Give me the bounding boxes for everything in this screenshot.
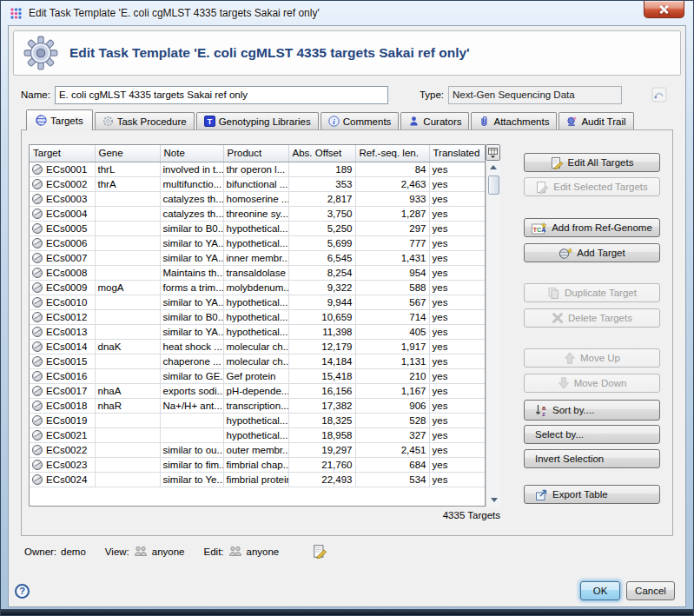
table-row[interactable]: ECs0008 Maintains th... transaldolase B …: [30, 265, 485, 280]
gear-icon: [102, 116, 114, 127]
tab-curators[interactable]: Curators: [400, 112, 469, 129]
move-down-button[interactable]: Move Down: [524, 374, 660, 393]
table-row[interactable]: ECs0019 hypothetical... 18,325 528 yes: [30, 413, 485, 427]
table-row[interactable]: ECs0005 similar to B0... hypothetical...…: [30, 221, 485, 235]
table-body: ECs0001 thrL involved in t... thr operon…: [30, 162, 485, 487]
table-row[interactable]: ECs0022 similar to ou... outer membr... …: [30, 442, 485, 457]
edit-icon: [536, 181, 549, 194]
title-bar[interactable]: Edit Task Template 'E. coli cgMLST 4335 …: [1, 1, 693, 25]
add-target-icon: ★: [559, 247, 572, 260]
name-label: Name:: [21, 89, 50, 100]
scroll-thumb[interactable]: [488, 176, 499, 195]
sort-by-button[interactable]: az Sort by....: [524, 400, 660, 421]
table-header-row: Target Gene Note Product Abs. Offset Ref…: [30, 145, 485, 162]
add-from-ref-genome-button[interactable]: TCA★ Add from Ref-Genome: [524, 218, 660, 237]
target-sphere-icon: [36, 115, 47, 126]
tab-label: Genotyping Libraries: [219, 116, 311, 127]
column-picker-button[interactable]: [486, 144, 500, 161]
info-icon: i: [328, 116, 340, 127]
table-row[interactable]: ECs0003 catalyzes th... homoserine ... 2…: [30, 191, 485, 206]
table-row[interactable]: ECs0018 nhaR Na+/H+ ant... transcription…: [30, 398, 485, 413]
target-sphere-icon: [32, 297, 43, 308]
table-row[interactable]: ECs0004 catalyzes th... threonine sy... …: [30, 206, 485, 221]
duplicate-target-button[interactable]: Duplicate Target: [524, 283, 660, 302]
view-label: View:: [105, 546, 129, 557]
column-header-abs-offset[interactable]: Abs. Offset: [288, 145, 355, 162]
owner-label: Owner:: [24, 546, 56, 557]
table-row[interactable]: ECs0013 similar to YA... hypothetical...…: [30, 324, 485, 339]
workflow-icon[interactable]: [651, 87, 667, 103]
table-row[interactable]: ECs0012 similar to B0... hypothetical...…: [30, 309, 485, 324]
tab-attachments[interactable]: Attachments: [471, 112, 557, 129]
edit-all-targets-button[interactable]: Edit All Targets: [524, 153, 660, 172]
tab-label: Targets: [50, 116, 83, 126]
target-sphere-icon: [32, 238, 43, 248]
dialog-header: Edit Task Template 'E. coli cgMLST 4335 …: [13, 30, 681, 76]
target-sphere-icon: [32, 282, 43, 293]
delete-targets-button[interactable]: Delete Targets: [524, 308, 660, 328]
help-icon[interactable]: [15, 584, 30, 599]
tab-task-procedure[interactable]: Task Procedure: [95, 112, 195, 129]
table-row[interactable]: ECs0024 similar to Ye... fimbrial protei…: [30, 472, 485, 487]
column-header-target[interactable]: Target: [30, 145, 95, 162]
close-button[interactable]: [644, 1, 684, 18]
add-target-button[interactable]: ★ Add Target: [524, 243, 660, 262]
tab-comments[interactable]: i Comments: [321, 112, 400, 129]
table-row[interactable]: ECs0001 thrL involved in t... thr operon…: [30, 162, 485, 176]
vertical-scrollbar[interactable]: [486, 161, 500, 507]
table-row[interactable]: ECs0014 dnaK heat shock ... molecular ch…: [30, 339, 485, 354]
targets-table: Target Gene Note Product Abs. Offset Ref…: [29, 144, 486, 507]
close-icon: [658, 4, 670, 15]
scroll-down-arrow[interactable]: [487, 493, 500, 507]
type-label: Type:: [420, 89, 444, 100]
targets-table-zone: Target Gene Note Product Abs. Offset Ref…: [29, 144, 500, 520]
permissions-row: Owner: demo View: anyone Edit: anyone: [24, 544, 685, 559]
ok-button[interactable]: OK: [580, 581, 620, 600]
edit-value: anyone: [247, 546, 280, 557]
target-sphere-icon: [32, 223, 43, 234]
cancel-button[interactable]: Cancel: [626, 581, 675, 600]
svg-text:T: T: [207, 116, 212, 126]
table-row[interactable]: ECs0006 similar to YA... hypothetical...…: [30, 235, 485, 250]
table-row[interactable]: ECs0002 thrA multifunctio... bifunctiona…: [30, 176, 485, 191]
move-up-button[interactable]: Move Up: [524, 348, 660, 368]
column-header-ref-seq-len[interactable]: Ref.-seq. len.: [355, 145, 429, 162]
table-row[interactable]: ECs0016 similar to GE... Gef protein 15,…: [30, 368, 485, 383]
gear-icon: [23, 35, 59, 71]
tab-audit-trail[interactable]: Audit Trail: [559, 112, 633, 129]
target-sphere-icon: [32, 312, 43, 322]
tab-genotyping-libraries[interactable]: T Genotyping Libraries: [196, 112, 319, 129]
letter-t-icon: T: [204, 116, 215, 127]
target-sphere-icon: [32, 430, 43, 440]
dialog-content: Edit Task Template 'E. coli cgMLST 4335 …: [8, 25, 686, 607]
arrow-down-icon: [558, 377, 570, 389]
column-header-note[interactable]: Note: [160, 145, 223, 162]
name-input[interactable]: [55, 86, 388, 104]
column-header-product[interactable]: Product: [223, 145, 288, 162]
sort-az-icon: az: [535, 403, 548, 417]
table-row[interactable]: ECs0017 nhaA exports sodi... pH-depende.…: [30, 383, 485, 398]
table-row[interactable]: ECs0009 mogA forms a trim... molybdenum.…: [30, 280, 485, 295]
table-row[interactable]: ECs0021 hypothetical... 18,958 327 yes: [30, 427, 485, 442]
tab-targets[interactable]: Targets: [26, 109, 93, 130]
table-row[interactable]: ECs0023 similar to fim... fimbrial chap.…: [30, 457, 485, 472]
page-title: Edit Task Template 'E. coli cgMLST 4335 …: [69, 45, 470, 61]
edit-permissions-button[interactable]: [313, 544, 327, 559]
edit-selected-targets-button[interactable]: Edit Selected Targets: [524, 177, 660, 196]
ref-genome-icon: TCA★: [532, 222, 547, 235]
duplicate-icon: [547, 287, 560, 300]
column-header-gene[interactable]: Gene: [95, 145, 160, 162]
table-row[interactable]: ECs0007 similar to YA... inner membr... …: [30, 250, 485, 265]
window-title: Edit Task Template 'E. coli cgMLST 4335 …: [29, 7, 320, 19]
column-header-translated[interactable]: Translated: [429, 145, 485, 162]
type-field[interactable]: [448, 86, 622, 104]
invert-selection-button[interactable]: Invert Selection: [524, 449, 660, 468]
scroll-up-arrow[interactable]: [487, 161, 500, 174]
table-row[interactable]: ECs0015 chaperone ... molecular ch... 14…: [30, 354, 485, 368]
table-row[interactable]: ECs0010 similar to YA... hypothetical...…: [30, 295, 485, 309]
select-by-button[interactable]: Select by...: [524, 425, 660, 444]
export-icon: [535, 488, 548, 501]
export-table-button[interactable]: Export Table: [524, 485, 660, 504]
target-sphere-icon: [32, 209, 43, 219]
tab-strip: Targets Task Procedure T Genotyping Libr…: [26, 109, 685, 129]
